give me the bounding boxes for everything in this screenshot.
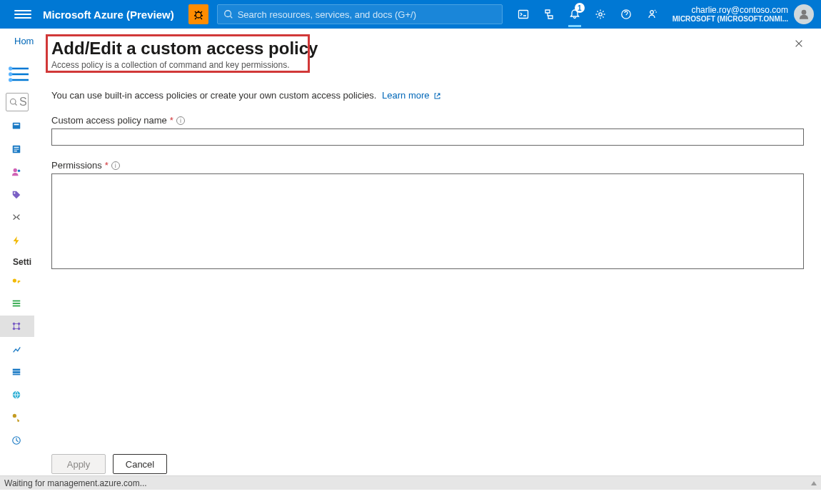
sidebar-item-scale[interactable] <box>0 338 34 360</box>
global-search-input[interactable]: Search resources, services, and docs (G+… <box>217 4 503 24</box>
sidebar-item-events[interactable] <box>0 230 34 251</box>
info-icon[interactable]: i <box>111 161 120 170</box>
account-tenant: MICROSOFT (MICROSOFT.ONMI... <box>673 15 788 23</box>
policy-name-input[interactable] <box>51 128 804 146</box>
sidebar-item-cluster[interactable] <box>0 361 34 383</box>
directories-button[interactable] <box>537 0 561 29</box>
permissions-input[interactable] <box>51 173 804 269</box>
svg-rect-26 <box>13 371 21 373</box>
blade-subtitle: Access policy is a collection of command… <box>51 60 804 70</box>
intro-text: You can use built-in access policies or … <box>51 90 376 101</box>
svg-point-16 <box>14 192 15 193</box>
browser-statusbar: Waiting for management.azure.com... <box>0 475 821 490</box>
svg-point-6 <box>802 10 807 15</box>
add-edit-policy-blade: Add/Edit a custom access policy Access p… <box>34 29 821 475</box>
svg-rect-20 <box>13 306 21 307</box>
info-icon[interactable]: i <box>176 116 185 125</box>
sidebar-item-diagnose[interactable] <box>0 207 34 228</box>
sidebar-item-tags[interactable] <box>0 184 34 206</box>
sidebar-item-activity-log[interactable] <box>0 138 34 160</box>
svg-point-15 <box>18 170 21 173</box>
help-icon <box>620 9 632 20</box>
svg-rect-18 <box>13 301 21 302</box>
gear-icon <box>595 9 606 20</box>
notification-badge: 1 <box>575 3 585 13</box>
required-indicator: * <box>105 160 109 171</box>
preview-bug-icon[interactable] <box>188 4 208 24</box>
sidebar-item-access-keys[interactable] <box>0 270 34 291</box>
cloud-shell-button[interactable] <box>511 0 535 29</box>
sidebar-item-schedule[interactable] <box>0 430 34 451</box>
brand-title[interactable]: Microsoft Azure (Preview) <box>43 9 174 21</box>
avatar <box>794 4 814 24</box>
resource-menu-search[interactable]: S <box>6 93 29 111</box>
svg-point-0 <box>196 12 201 18</box>
status-resize-grip <box>811 481 817 485</box>
svg-point-8 <box>9 72 12 76</box>
permissions-label: Permissions * i <box>51 160 804 171</box>
svg-point-17 <box>13 278 16 282</box>
svg-rect-27 <box>13 374 21 376</box>
sidebar-item-data-access[interactable] <box>0 316 34 337</box>
sidebar-item-auth[interactable] <box>0 407 34 428</box>
svg-rect-2 <box>518 11 528 19</box>
svg-point-7 <box>9 66 12 70</box>
svg-rect-25 <box>13 369 21 371</box>
account-email: charlie.roy@contoso.com <box>673 6 788 15</box>
blade-title: Add/Edit a custom access policy <box>51 39 804 59</box>
apply-button[interactable]: Apply <box>51 454 106 474</box>
svg-point-10 <box>11 99 16 105</box>
sidebar-item-advanced[interactable] <box>0 293 34 314</box>
sidebar-item-overview[interactable] <box>0 116 34 137</box>
notifications-button[interactable]: 1 <box>563 0 587 29</box>
resource-logo-icon <box>9 63 31 86</box>
external-link-icon <box>433 92 441 100</box>
svg-point-5 <box>650 11 653 14</box>
global-header: Microsoft Azure (Preview) Search resourc… <box>0 0 821 29</box>
feedback-icon <box>646 9 658 20</box>
search-placeholder: Search resources, services, and docs (G+… <box>238 9 416 20</box>
svg-point-9 <box>9 78 12 81</box>
sidebar-section-settings: Setti <box>3 253 31 268</box>
svg-point-3 <box>599 13 602 16</box>
learn-more-link[interactable]: Learn more <box>382 90 441 101</box>
help-button[interactable] <box>614 0 638 29</box>
svg-point-14 <box>14 168 17 172</box>
svg-point-29 <box>13 414 16 418</box>
cancel-button[interactable]: Cancel <box>113 454 167 474</box>
close-button[interactable] <box>794 39 804 51</box>
feedback-button[interactable] <box>640 0 664 29</box>
sidebar-item-geo[interactable] <box>0 384 34 405</box>
sidebar-item-access-control[interactable] <box>0 161 34 183</box>
close-icon <box>794 39 804 49</box>
account-menu[interactable]: charlie.roy@contoso.com MICROSOFT (MICRO… <box>665 4 814 24</box>
required-indicator: * <box>170 115 173 126</box>
svg-point-1 <box>224 11 231 17</box>
policy-name-label: Custom access policy name * i <box>51 115 804 126</box>
resource-menu: S Setti <box>0 57 34 490</box>
svg-rect-11 <box>13 123 21 129</box>
search-icon <box>223 9 233 19</box>
svg-rect-19 <box>13 303 21 304</box>
svg-rect-12 <box>14 124 19 126</box>
settings-button[interactable] <box>588 0 613 29</box>
status-message: Waiting for management.azure.com... <box>4 478 147 488</box>
menu-toggle-button[interactable] <box>14 6 31 23</box>
